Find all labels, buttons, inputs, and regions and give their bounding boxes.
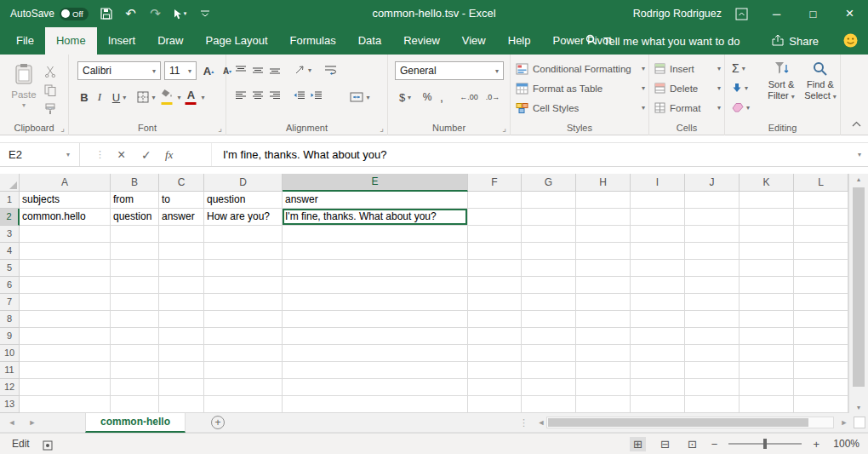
cell-D3[interactable] <box>204 226 283 243</box>
cell-E7[interactable] <box>283 294 468 311</box>
row-header-8[interactable]: 8 <box>0 311 20 328</box>
cell-F5[interactable] <box>468 260 522 277</box>
cell-L2[interactable] <box>794 209 848 226</box>
column-header-G[interactable]: G <box>522 174 576 192</box>
zoom-slider-thumb[interactable] <box>763 439 767 449</box>
zoom-slider[interactable] <box>728 438 802 450</box>
cell-I13[interactable] <box>631 396 685 413</box>
cell-A2[interactable]: common.hello <box>20 209 111 226</box>
cell-G1[interactable] <box>522 192 576 209</box>
cell-C6[interactable] <box>159 277 204 294</box>
cell-A3[interactable] <box>20 226 111 243</box>
cell-H3[interactable] <box>576 226 631 243</box>
cell-K6[interactable] <box>740 277 794 294</box>
scroll-down-icon[interactable]: ▾ <box>849 404 868 411</box>
cell-I11[interactable] <box>631 362 685 379</box>
cancel-icon[interactable]: × <box>117 143 125 166</box>
cell-K12[interactable] <box>740 379 794 396</box>
cell-A1[interactable]: subjects <box>20 192 111 209</box>
cell-K7[interactable] <box>740 294 794 311</box>
zoom-out-icon[interactable]: − <box>711 438 718 451</box>
column-header-L[interactable]: L <box>794 174 848 192</box>
row-header-4[interactable]: 4 <box>0 243 20 260</box>
row-header-11[interactable]: 11 <box>0 362 20 379</box>
cell-J11[interactable] <box>685 362 740 379</box>
name-box[interactable]: E2 <box>0 143 68 166</box>
cell-B12[interactable] <box>111 379 159 396</box>
tab-insert[interactable]: Insert <box>97 27 147 55</box>
font-color-button[interactable]: A▾ <box>183 89 205 106</box>
tab-formulas[interactable]: Formulas <box>279 27 347 55</box>
column-header-I[interactable]: I <box>631 174 685 192</box>
cell-A6[interactable] <box>20 277 111 294</box>
bottom-align-button[interactable] <box>267 63 283 77</box>
accounting-format-button[interactable]: $▾ <box>395 89 415 106</box>
cell-L11[interactable] <box>794 362 848 379</box>
tab-help[interactable]: Help <box>497 27 542 55</box>
cell-L4[interactable] <box>794 243 848 260</box>
middle-align-button[interactable] <box>250 63 266 77</box>
cell-K9[interactable] <box>740 328 794 345</box>
cell-L9[interactable] <box>794 328 848 345</box>
cell-E8[interactable] <box>283 311 468 328</box>
insert-cells-button[interactable]: Insert▾ <box>654 60 721 78</box>
cell-H1[interactable] <box>576 192 631 209</box>
format-cells-button[interactable]: Format▾ <box>654 99 721 117</box>
cell-A8[interactable] <box>20 311 111 328</box>
clipboard-dialog-launcher[interactable]: ⌟ <box>60 124 65 133</box>
close-button[interactable]: × <box>831 0 868 27</box>
cell-L3[interactable] <box>794 226 848 243</box>
tell-me-search[interactable]: Tell me what you want to do <box>585 27 740 55</box>
cell-G6[interactable] <box>522 277 576 294</box>
cell-C7[interactable] <box>159 294 204 311</box>
cell-D2[interactable]: How are you? <box>204 209 283 226</box>
cell-D8[interactable] <box>204 311 283 328</box>
cell-C12[interactable] <box>159 379 204 396</box>
cell-B6[interactable] <box>111 277 159 294</box>
cell-J10[interactable] <box>685 345 740 362</box>
row-header-1[interactable]: 1 <box>0 192 20 209</box>
horizontal-scrollbar-thumb[interactable] <box>548 418 808 427</box>
collapse-ribbon-button[interactable] <box>852 115 861 130</box>
cell-E9[interactable] <box>283 328 468 345</box>
autosum-button[interactable]: Σ▾ <box>732 60 759 77</box>
increase-decimal-button[interactable]: ←.00 <box>458 89 480 106</box>
italic-button[interactable]: I <box>93 89 106 106</box>
cell-A4[interactable] <box>20 243 111 260</box>
cell-B3[interactable] <box>111 226 159 243</box>
cell-F8[interactable] <box>468 311 522 328</box>
cut-button[interactable] <box>44 63 63 80</box>
align-center-button[interactable] <box>250 89 266 102</box>
cell-A5[interactable] <box>20 260 111 277</box>
row-header-13[interactable]: 13 <box>0 396 20 413</box>
font-name-combo[interactable]: Calibri▾ <box>77 61 161 80</box>
cell-J3[interactable] <box>685 226 740 243</box>
tab-data[interactable]: Data <box>347 27 392 55</box>
cell-J1[interactable] <box>685 192 740 209</box>
cell-L8[interactable] <box>794 311 848 328</box>
cell-styles-button[interactable]: Cell Styles▾ <box>516 99 645 117</box>
column-header-F[interactable]: F <box>468 174 522 192</box>
bold-button[interactable]: B <box>77 89 91 106</box>
cell-E4[interactable] <box>283 243 468 260</box>
normal-view-icon[interactable]: ⊞ <box>630 437 646 451</box>
minimize-button[interactable]: ─ <box>758 0 795 27</box>
maximize-button[interactable]: □ <box>795 0 831 27</box>
cell-F11[interactable] <box>468 362 522 379</box>
sheet-bar-splitter[interactable]: ⋮ <box>519 413 528 433</box>
cell-C10[interactable] <box>159 345 204 362</box>
wrap-text-button[interactable] <box>317 61 344 78</box>
cell-C2[interactable]: answer <box>159 209 204 226</box>
cell-F13[interactable] <box>468 396 522 413</box>
cell-B13[interactable] <box>111 396 159 413</box>
cell-B1[interactable]: from <box>111 192 159 209</box>
cell-C13[interactable] <box>159 396 204 413</box>
scroll-up-icon[interactable]: ▴ <box>849 175 868 183</box>
delete-cells-button[interactable]: Delete▾ <box>654 79 721 97</box>
cell-J4[interactable] <box>685 243 740 260</box>
cell-I7[interactable] <box>631 294 685 311</box>
column-header-C[interactable]: C <box>159 174 204 192</box>
cell-L5[interactable] <box>794 260 848 277</box>
column-header-B[interactable]: B <box>111 174 159 192</box>
sheet-nav-right-icon[interactable]: ► <box>24 413 41 433</box>
